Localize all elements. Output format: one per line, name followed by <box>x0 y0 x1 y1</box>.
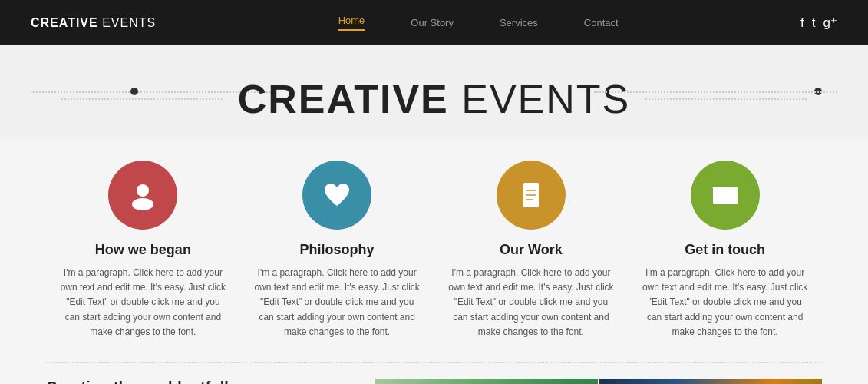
bottom-left: Curating the world artfully <box>46 379 375 384</box>
card-get-in-touch: Get in touch I'm a paragraph. Click here… <box>641 161 810 339</box>
thumbnail-nature[interactable] <box>375 379 598 384</box>
facebook-icon[interactable]: f <box>800 15 804 31</box>
nav-link-services[interactable]: Services <box>500 17 538 28</box>
googleplus-icon[interactable]: g⁺ <box>823 15 837 31</box>
card-title-2: Our Work <box>500 242 563 258</box>
heart-icon <box>322 180 352 210</box>
card-text-0: I'm a paragraph. Click here to add your … <box>58 266 227 339</box>
card-icon-1 <box>302 161 371 230</box>
thumbnails: ise Docker icker.com/photos/suiswgelt <box>375 379 822 384</box>
card-how-we-began: How we began I'm a paragraph. Click here… <box>58 161 227 339</box>
card-icon-0 <box>108 161 177 230</box>
nav-logo: CREATIVE EVENTS <box>31 16 156 30</box>
card-text-1: I'm a paragraph. Click here to add your … <box>252 266 421 339</box>
card-title-0: How we began <box>95 242 191 258</box>
hero-title-section: CREATIVE EVENTS <box>0 45 868 137</box>
card-icon-3 <box>691 161 760 230</box>
thumbnail-parrot[interactable]: ise Docker icker.com/photos/suiswgelt <box>599 379 822 384</box>
card-philosophy: Philosophy I'm a paragraph. Click here t… <box>252 161 421 339</box>
card-text-2: I'm a paragraph. Click here to add your … <box>447 266 616 339</box>
document-icon <box>516 180 546 210</box>
navigation: CREATIVE EVENTS Home Our Story Services … <box>0 0 868 45</box>
nav-link-contact[interactable]: Contact <box>584 17 619 28</box>
svg-point-1 <box>132 198 153 210</box>
svg-point-0 <box>137 184 149 197</box>
page-title: CREATIVE EVENTS <box>238 76 631 122</box>
bottom-section: Curating the world artfully ise Docker i… <box>0 363 868 384</box>
bullet-right <box>814 88 822 95</box>
mail-icon <box>710 180 741 210</box>
cards-section: How we began I'm a paragraph. Click here… <box>0 137 868 362</box>
card-title-3: Get in touch <box>685 242 765 258</box>
twitter-icon[interactable]: t <box>812 15 816 31</box>
nav-link-ourstory[interactable]: Our Story <box>411 17 454 28</box>
curating-heading: Curating the world artfully <box>46 379 345 384</box>
person-icon <box>127 180 158 210</box>
nav-links: Home Our Story Services Contact <box>338 15 619 31</box>
card-our-work: Our Work I'm a paragraph. Click here to … <box>447 161 616 339</box>
social-icons: f t g⁺ <box>800 15 837 31</box>
card-text-3: I'm a paragraph. Click here to add your … <box>641 266 810 339</box>
card-icon-2 <box>497 161 566 230</box>
card-title-1: Philosophy <box>300 242 375 258</box>
nav-link-home[interactable]: Home <box>338 15 365 31</box>
